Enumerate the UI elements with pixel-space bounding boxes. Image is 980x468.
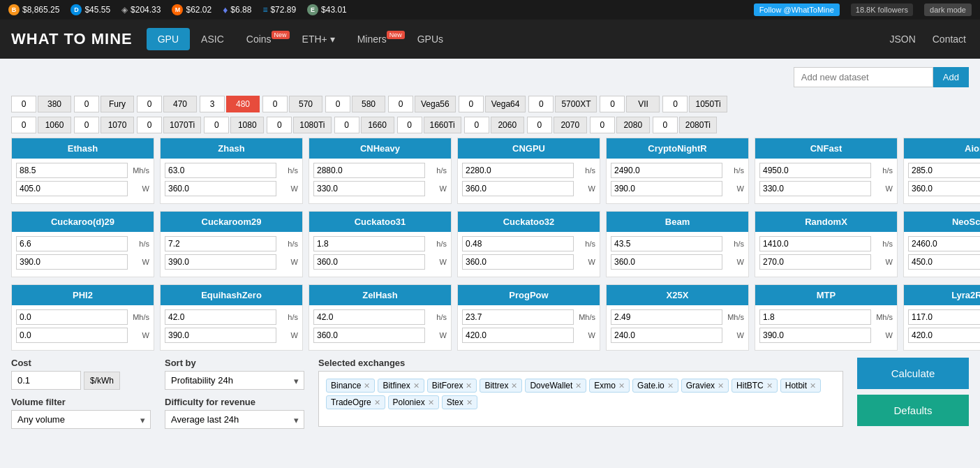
- algo-header-randomx[interactable]: RandomX: [755, 212, 897, 232]
- algo-header-mtp[interactable]: MTP: [755, 285, 897, 305]
- algo-power-input-progpow[interactable]: [462, 328, 574, 343]
- gpu-1080ti-count[interactable]: [267, 117, 292, 133]
- algo-hashrate-input-x25x[interactable]: [611, 309, 722, 325]
- gpu-vega56-count[interactable]: [388, 96, 413, 112]
- exchange-remove-binance[interactable]: ✕: [364, 381, 370, 390]
- gpu-vega64-count[interactable]: [459, 96, 484, 112]
- follow-button[interactable]: Follow @WhatToMine: [754, 3, 840, 16]
- nav-gpus[interactable]: GPUs: [406, 28, 454, 50]
- algo-power-input-cngpu[interactable]: [462, 181, 574, 196]
- algo-power-input-randomx[interactable]: [759, 254, 871, 270]
- algo-header-equihashzero[interactable]: EquihashZero: [161, 285, 302, 305]
- algo-hashrate-input-randomx[interactable]: [759, 236, 871, 251]
- gpu-380-count[interactable]: [11, 96, 36, 112]
- algo-power-input-aion[interactable]: [908, 181, 980, 196]
- algo-hashrate-input-cuckaroom29[interactable]: [165, 236, 276, 251]
- algo-header-cuckatoo31[interactable]: Cuckatoo31: [309, 212, 451, 232]
- algo-power-input-cryptonightr[interactable]: [611, 181, 722, 196]
- exchange-remove-gate.io[interactable]: ✕: [667, 381, 674, 390]
- gpu-5700xt-count[interactable]: [528, 96, 554, 112]
- gpu-1660ti-count[interactable]: [397, 117, 422, 133]
- algo-power-input-lyra2rev3[interactable]: [908, 328, 980, 343]
- exchange-remove-poloniex[interactable]: ✕: [428, 398, 434, 407]
- nav-ethplus[interactable]: ETH+ ▾: [291, 28, 346, 50]
- algo-header-progpow[interactable]: ProgPow: [458, 285, 600, 305]
- exchange-remove-hotbit[interactable]: ✕: [810, 381, 816, 390]
- gpu-vii-count[interactable]: [600, 96, 625, 112]
- gpu-1050ti-count[interactable]: [662, 96, 688, 112]
- exchange-remove-hitbtc[interactable]: ✕: [766, 381, 773, 390]
- exchange-remove-bittrex[interactable]: ✕: [511, 381, 517, 390]
- algo-hashrate-input-mtp[interactable]: [759, 309, 871, 325]
- algo-header-phi2[interactable]: PHI2: [12, 285, 154, 305]
- exchange-remove-graviex[interactable]: ✕: [718, 381, 724, 390]
- gpu-fury-count[interactable]: [74, 96, 99, 112]
- algo-header-cnfast[interactable]: CNFast: [755, 138, 897, 159]
- nav-gpu[interactable]: GPU: [147, 28, 190, 50]
- exchange-remove-dovewallet[interactable]: ✕: [575, 381, 581, 390]
- algo-hashrate-input-cnheavy[interactable]: [313, 163, 425, 178]
- algo-hashrate-input-cryptonightr[interactable]: [611, 163, 722, 178]
- gpu-470-count[interactable]: [137, 96, 162, 112]
- algo-hashrate-input-neoscrypt[interactable]: [908, 236, 980, 251]
- gpu-1060-count[interactable]: [11, 117, 36, 133]
- algo-header-aion[interactable]: Aion: [904, 138, 980, 159]
- gpu-570-count[interactable]: [262, 96, 288, 112]
- algo-hashrate-input-cngpu[interactable]: [462, 163, 574, 178]
- gpu-1660-count[interactable]: [334, 117, 359, 133]
- algo-power-input-cuckatoo31[interactable]: [313, 254, 425, 270]
- gpu-480-count[interactable]: [200, 96, 225, 112]
- exchange-remove-bitfinex[interactable]: ✕: [413, 381, 420, 390]
- gpu-2080-count[interactable]: [590, 117, 615, 133]
- algo-hashrate-input-ethash[interactable]: [16, 163, 128, 178]
- exchange-remove-stex[interactable]: ✕: [466, 398, 473, 407]
- algo-power-input-equihashzero[interactable]: [165, 328, 276, 343]
- algo-power-input-zhash[interactable]: [165, 181, 276, 196]
- exchange-remove-tradeogre[interactable]: ✕: [374, 398, 380, 407]
- algo-header-lyra2rev3[interactable]: Lyra2REv3: [904, 285, 980, 305]
- sort-select[interactable]: Profitability 24h Profitability 3 days P…: [165, 371, 304, 390]
- volume-select[interactable]: Any volume: [11, 410, 151, 429]
- algo-hashrate-input-cnfast[interactable]: [759, 163, 871, 178]
- exchange-remove-bitforex[interactable]: ✕: [466, 381, 472, 390]
- algo-power-input-cuckaroom29[interactable]: [165, 254, 276, 270]
- algo-power-input-cuckatoo32[interactable]: [462, 254, 574, 270]
- algo-header-zhash[interactable]: Zhash: [161, 138, 302, 159]
- nav-coins[interactable]: Coins New: [235, 28, 291, 50]
- algo-header-neoscrypt[interactable]: NeoScrypt: [904, 212, 980, 232]
- algo-hashrate-input-phi2[interactable]: [16, 309, 128, 325]
- nav-asic[interactable]: ASIC: [190, 28, 235, 50]
- nav-json[interactable]: JSON: [886, 28, 918, 50]
- add-dataset-button[interactable]: Add: [933, 67, 969, 87]
- gpu-2070-count[interactable]: [527, 117, 552, 133]
- algo-header-cryptonightr[interactable]: CryptoNightR: [607, 138, 748, 159]
- gpu-1070-count[interactable]: [74, 117, 99, 133]
- algo-header-cuckaroom29[interactable]: Cuckaroom29: [161, 212, 302, 232]
- algo-hashrate-input-equihashzero[interactable]: [165, 309, 276, 325]
- algo-power-input-phi2[interactable]: [16, 328, 128, 343]
- algo-header-beam[interactable]: Beam: [607, 212, 748, 232]
- algo-header-x25x[interactable]: X25X: [607, 285, 748, 305]
- algo-header-cngpu[interactable]: CNGPU: [458, 138, 600, 159]
- algo-power-input-beam[interactable]: [611, 254, 722, 270]
- gpu-580-count[interactable]: [325, 96, 350, 112]
- algo-header-cuckatoo32[interactable]: Cuckatoo32: [458, 212, 600, 232]
- algo-hashrate-input-cuckaroo-d-29[interactable]: [16, 236, 128, 251]
- dark-mode-button[interactable]: dark mode: [924, 3, 972, 16]
- algo-hashrate-input-progpow[interactable]: [462, 309, 574, 325]
- algo-power-input-cnheavy[interactable]: [313, 181, 425, 196]
- gpu-2060-count[interactable]: [464, 117, 489, 133]
- exchange-remove-exmo[interactable]: ✕: [618, 381, 625, 390]
- algo-power-input-mtp[interactable]: [759, 328, 871, 343]
- algo-power-input-x25x[interactable]: [611, 328, 722, 343]
- algo-power-input-neoscrypt[interactable]: [908, 254, 980, 270]
- gpu-1070ti-count[interactable]: [137, 117, 162, 133]
- gpu-2080ti-count[interactable]: [653, 117, 678, 133]
- calculate-button[interactable]: Calculate: [857, 358, 969, 389]
- algo-header-zelhash[interactable]: ZelHash: [309, 285, 451, 305]
- algo-power-input-cnfast[interactable]: [759, 181, 871, 196]
- gpu-1080-count[interactable]: [204, 117, 229, 133]
- nav-contact[interactable]: Contact: [930, 28, 969, 50]
- dataset-input[interactable]: [794, 67, 933, 87]
- defaults-button[interactable]: Defaults: [857, 395, 969, 426]
